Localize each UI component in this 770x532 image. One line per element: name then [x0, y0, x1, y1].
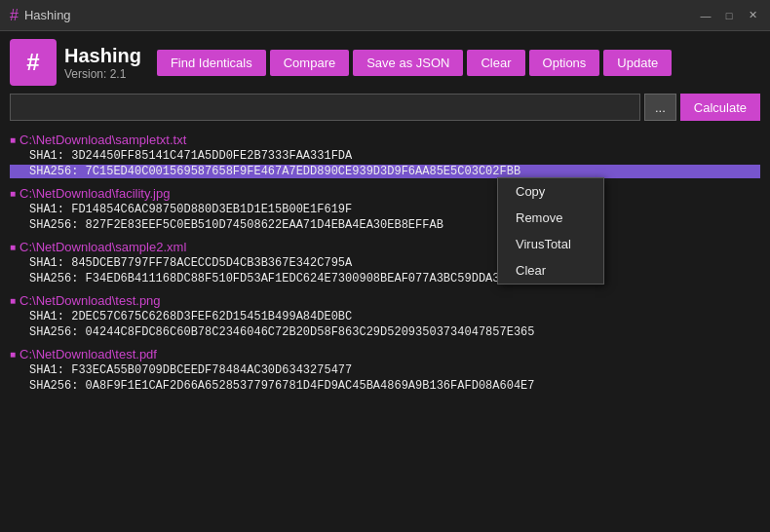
context-menu-item-copy[interactable]: Copy [498, 178, 603, 205]
hash-line[interactable]: SHA1: 3D24450FF85141C471A5DD0FE2B7333FAA… [10, 149, 760, 163]
file-path: ■ C:\NetDownload\sample2.xml [10, 240, 760, 254]
main-content: ■ C:\NetDownload\sampletxt.txtSHA1: 3D24… [0, 127, 770, 530]
context-menu: CopyRemoveVirusTotalClear [497, 177, 604, 285]
file-path: ■ C:\NetDownload\sampletxt.txt [10, 133, 760, 147]
file-path: ■ C:\NetDownload\test.pdf [10, 347, 760, 361]
toolbar-btn-find-identicals[interactable]: Find Identicals [157, 50, 266, 76]
search-bar: ... Calculate [0, 94, 770, 127]
file-path-text: C:\NetDownload\sampletxt.txt [19, 133, 186, 147]
file-entry: ■ C:\NetDownload\test.pngSHA1: 2DEC57C67… [10, 293, 760, 339]
logo-symbol: # [26, 49, 39, 76]
hash-line[interactable]: SHA256: 7C15ED40C001569587658F9FE467A7ED… [10, 165, 760, 178]
app-name: Hashing [64, 45, 141, 67]
hash-line[interactable]: SHA256: 04244C8FDC86C60B78C2346046C72B20… [10, 325, 760, 339]
file-path-text: C:\NetDownload\facility.jpg [19, 186, 170, 201]
app-logo: # [10, 39, 57, 86]
toolbar-btn-save-as-json[interactable]: Save as JSON [353, 50, 463, 76]
file-entry: ■ C:\NetDownload\test.pdfSHA1: F33ECA55B… [10, 347, 760, 393]
toolbar-btn-compare[interactable]: Compare [270, 50, 349, 76]
file-path-text: C:\NetDownload\sample2.xml [19, 240, 186, 254]
hash-line[interactable]: SHA1: 2DEC57C675C6268D3FEF62D15451B499A8… [10, 310, 760, 323]
file-entry: ■ C:\NetDownload\facility.jpgSHA1: FD148… [10, 186, 760, 232]
file-entry: ■ C:\NetDownload\sampletxt.txtSHA1: 3D24… [10, 133, 760, 178]
bullet-icon: ■ [10, 349, 16, 360]
window-controls: — □ ✕ [698, 8, 760, 23]
hash-line[interactable]: SHA256: 827F2E83EEF5C0EB510D74508622EAA7… [10, 218, 760, 232]
bullet-icon: ■ [10, 134, 16, 145]
file-entry: ■ C:\NetDownload\sample2.xmlSHA1: 845DCE… [10, 240, 760, 285]
hash-line[interactable]: SHA256: 0A8F9F1E1CAF2D66A65285377976781D… [10, 379, 760, 393]
context-menu-item-remove[interactable]: Remove [498, 205, 603, 231]
browse-button[interactable]: ... [644, 94, 676, 121]
file-path: ■ C:\NetDownload\facility.jpg [10, 186, 760, 201]
toolbar-buttons: Find IdenticalsCompareSave as JSONClearO… [157, 50, 760, 76]
bullet-icon: ■ [10, 188, 16, 199]
toolbar-btn-clear[interactable]: Clear [467, 50, 524, 76]
hash-line[interactable]: SHA1: F33ECA55B0709DBCEEDF78484AC30D6343… [10, 363, 760, 377]
app-icon: # [10, 7, 19, 24]
hash-line[interactable]: SHA1: FD14854C6AC98750D880D3EB1D1E15B00E… [10, 203, 760, 216]
title-bar-title: Hashing [24, 8, 698, 22]
hash-line[interactable]: SHA1: 845DCEB7797FF78ACECCD5D4CB3B367E34… [10, 256, 760, 270]
file-path-text: C:\NetDownload\test.pdf [19, 347, 157, 361]
bullet-icon: ■ [10, 295, 16, 306]
calculate-button[interactable]: Calculate [680, 94, 760, 121]
file-path-text: C:\NetDownload\test.png [19, 293, 161, 308]
file-path: ■ C:\NetDownload\test.png [10, 293, 760, 308]
toolbar-btn-options[interactable]: Options [529, 50, 600, 76]
header: # Hashing Version: 2.1 Find IdenticalsCo… [0, 31, 770, 94]
close-button[interactable]: ✕ [745, 8, 760, 23]
app-version: Version: 2.1 [64, 67, 141, 81]
search-input[interactable] [10, 94, 640, 121]
hash-line[interactable]: SHA256: F34ED6B411168DC88F510FD53AF1EDC6… [10, 272, 760, 285]
minimize-button[interactable]: — [698, 8, 713, 23]
maximize-button[interactable]: □ [721, 8, 737, 23]
toolbar-btn-update[interactable]: Update [603, 50, 672, 76]
bullet-icon: ■ [10, 242, 16, 252]
context-menu-item-clear[interactable]: Clear [498, 257, 603, 284]
context-menu-item-virustotal[interactable]: VirusTotal [498, 231, 603, 257]
title-bar: # Hashing — □ ✕ [0, 0, 770, 31]
app-title-block: Hashing Version: 2.1 [64, 45, 141, 81]
